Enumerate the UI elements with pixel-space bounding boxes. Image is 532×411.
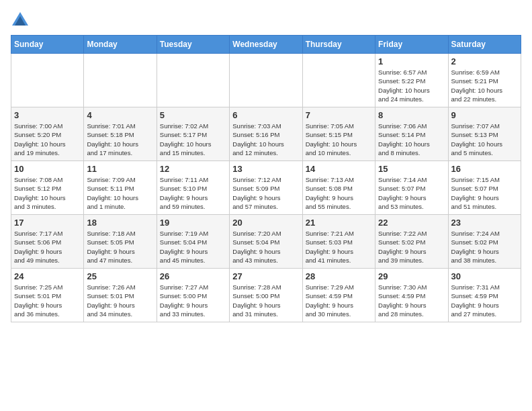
day-info: Sunrise: 7:25 AM Sunset: 5:01 PM Dayligh…	[14, 283, 81, 318]
calendar-week-row: 17Sunrise: 7:17 AM Sunset: 5:06 PM Dayli…	[11, 215, 521, 269]
day-number: 11	[87, 164, 153, 174]
day-info: Sunrise: 7:01 AM Sunset: 5:18 PM Dayligh…	[87, 122, 153, 157]
calendar-week-row: 10Sunrise: 7:08 AM Sunset: 5:12 PM Dayli…	[11, 161, 521, 215]
day-number: 5	[160, 110, 226, 120]
calendar-cell: 21Sunrise: 7:21 AM Sunset: 5:03 PM Dayli…	[302, 215, 375, 269]
day-info: Sunrise: 6:59 AM Sunset: 5:21 PM Dayligh…	[451, 68, 518, 103]
day-info: Sunrise: 7:06 AM Sunset: 5:14 PM Dayligh…	[378, 122, 445, 157]
calendar-cell: 9Sunrise: 7:07 AM Sunset: 5:13 PM Daylig…	[448, 107, 521, 161]
day-number: 18	[87, 218, 153, 228]
day-number: 27	[232, 271, 299, 281]
page-header	[11, 11, 521, 30]
calendar-cell: 20Sunrise: 7:20 AM Sunset: 5:04 PM Dayli…	[230, 215, 302, 269]
calendar-cell: 22Sunrise: 7:22 AM Sunset: 5:02 PM Dayli…	[375, 215, 448, 269]
day-number: 24	[14, 271, 81, 281]
day-info: Sunrise: 7:20 AM Sunset: 5:04 PM Dayligh…	[232, 229, 299, 265]
day-number: 20	[232, 218, 299, 228]
day-number: 22	[378, 218, 445, 228]
day-info: Sunrise: 7:05 AM Sunset: 5:15 PM Dayligh…	[306, 122, 372, 157]
calendar-cell: 5Sunrise: 7:02 AM Sunset: 5:17 PM Daylig…	[157, 107, 229, 161]
day-info: Sunrise: 7:14 AM Sunset: 5:07 PM Dayligh…	[378, 175, 445, 211]
day-number: 1	[378, 56, 445, 66]
day-number: 26	[160, 271, 226, 281]
day-info: Sunrise: 7:07 AM Sunset: 5:13 PM Dayligh…	[451, 122, 518, 157]
calendar-table: SundayMondayTuesdayWednesdayThursdayFrid…	[11, 35, 521, 322]
day-number: 9	[451, 110, 518, 120]
calendar-cell: 27Sunrise: 7:28 AM Sunset: 5:00 PM Dayli…	[230, 269, 302, 322]
calendar-cell: 29Sunrise: 7:30 AM Sunset: 4:59 PM Dayli…	[375, 269, 448, 322]
calendar-cell: 11Sunrise: 7:09 AM Sunset: 5:11 PM Dayli…	[84, 161, 157, 215]
day-number: 15	[378, 164, 445, 174]
calendar-cell: 6Sunrise: 7:03 AM Sunset: 5:16 PM Daylig…	[230, 107, 302, 161]
calendar-cell	[11, 54, 84, 107]
calendar-cell: 10Sunrise: 7:08 AM Sunset: 5:12 PM Dayli…	[11, 161, 84, 215]
calendar-week-row: 24Sunrise: 7:25 AM Sunset: 5:01 PM Dayli…	[11, 269, 521, 322]
weekday-header: Monday	[84, 36, 157, 54]
calendar-week-row: 3Sunrise: 7:00 AM Sunset: 5:20 PM Daylig…	[11, 107, 521, 161]
day-number: 19	[160, 218, 226, 228]
day-number: 28	[306, 271, 372, 281]
day-number: 6	[232, 110, 299, 120]
day-number: 29	[378, 271, 445, 281]
day-number: 17	[14, 218, 81, 228]
calendar-cell	[84, 54, 157, 107]
day-info: Sunrise: 7:19 AM Sunset: 5:04 PM Dayligh…	[160, 229, 226, 265]
day-info: Sunrise: 7:27 AM Sunset: 5:00 PM Dayligh…	[160, 283, 226, 318]
day-info: Sunrise: 7:02 AM Sunset: 5:17 PM Dayligh…	[160, 122, 226, 157]
calendar-cell	[157, 54, 229, 107]
day-number: 14	[306, 164, 372, 174]
day-info: Sunrise: 7:18 AM Sunset: 5:05 PM Dayligh…	[87, 229, 153, 265]
day-number: 30	[451, 271, 518, 281]
logo	[11, 11, 32, 30]
calendar-cell: 28Sunrise: 7:29 AM Sunset: 4:59 PM Dayli…	[302, 269, 375, 322]
calendar-cell: 4Sunrise: 7:01 AM Sunset: 5:18 PM Daylig…	[84, 107, 157, 161]
day-number: 21	[306, 218, 372, 228]
day-number: 23	[451, 218, 518, 228]
day-number: 13	[232, 164, 299, 174]
day-info: Sunrise: 6:57 AM Sunset: 5:22 PM Dayligh…	[378, 68, 445, 103]
day-info: Sunrise: 7:15 AM Sunset: 5:07 PM Dayligh…	[451, 175, 518, 211]
calendar-cell: 3Sunrise: 7:00 AM Sunset: 5:20 PM Daylig…	[11, 107, 84, 161]
weekday-header: Sunday	[11, 36, 84, 54]
calendar-cell: 12Sunrise: 7:11 AM Sunset: 5:10 PM Dayli…	[157, 161, 229, 215]
day-info: Sunrise: 7:24 AM Sunset: 5:02 PM Dayligh…	[451, 229, 518, 265]
day-info: Sunrise: 7:08 AM Sunset: 5:12 PM Dayligh…	[14, 175, 81, 211]
calendar-cell: 23Sunrise: 7:24 AM Sunset: 5:02 PM Dayli…	[448, 215, 521, 269]
day-number: 7	[306, 110, 372, 120]
day-info: Sunrise: 7:22 AM Sunset: 5:02 PM Dayligh…	[378, 229, 445, 265]
calendar-cell: 1Sunrise: 6:57 AM Sunset: 5:22 PM Daylig…	[375, 54, 448, 107]
day-info: Sunrise: 7:17 AM Sunset: 5:06 PM Dayligh…	[14, 229, 81, 265]
day-info: Sunrise: 7:13 AM Sunset: 5:08 PM Dayligh…	[306, 175, 372, 211]
weekday-header: Wednesday	[230, 36, 302, 54]
day-info: Sunrise: 7:28 AM Sunset: 5:00 PM Dayligh…	[232, 283, 299, 318]
calendar-cell: 26Sunrise: 7:27 AM Sunset: 5:00 PM Dayli…	[157, 269, 229, 322]
calendar-cell: 16Sunrise: 7:15 AM Sunset: 5:07 PM Dayli…	[448, 161, 521, 215]
day-number: 3	[14, 110, 81, 120]
weekday-header: Thursday	[302, 36, 375, 54]
calendar-cell: 30Sunrise: 7:31 AM Sunset: 4:59 PM Dayli…	[448, 269, 521, 322]
day-number: 25	[87, 271, 153, 281]
calendar-cell: 25Sunrise: 7:26 AM Sunset: 5:01 PM Dayli…	[84, 269, 157, 322]
day-info: Sunrise: 7:21 AM Sunset: 5:03 PM Dayligh…	[306, 229, 372, 265]
weekday-header: Tuesday	[157, 36, 229, 54]
calendar-cell: 19Sunrise: 7:19 AM Sunset: 5:04 PM Dayli…	[157, 215, 229, 269]
day-info: Sunrise: 7:03 AM Sunset: 5:16 PM Dayligh…	[232, 122, 299, 157]
day-info: Sunrise: 7:12 AM Sunset: 5:09 PM Dayligh…	[232, 175, 299, 211]
calendar-cell: 18Sunrise: 7:18 AM Sunset: 5:05 PM Dayli…	[84, 215, 157, 269]
calendar-header-row: SundayMondayTuesdayWednesdayThursdayFrid…	[11, 36, 521, 54]
calendar-cell: 8Sunrise: 7:06 AM Sunset: 5:14 PM Daylig…	[375, 107, 448, 161]
day-number: 8	[378, 110, 445, 120]
day-number: 12	[160, 164, 226, 174]
calendar-cell: 15Sunrise: 7:14 AM Sunset: 5:07 PM Dayli…	[375, 161, 448, 215]
day-number: 2	[451, 56, 518, 66]
calendar-cell: 24Sunrise: 7:25 AM Sunset: 5:01 PM Dayli…	[11, 269, 84, 322]
day-number: 10	[14, 164, 81, 174]
calendar-cell	[302, 54, 375, 107]
day-info: Sunrise: 7:11 AM Sunset: 5:10 PM Dayligh…	[160, 175, 226, 211]
calendar-cell: 14Sunrise: 7:13 AM Sunset: 5:08 PM Dayli…	[302, 161, 375, 215]
day-info: Sunrise: 7:26 AM Sunset: 5:01 PM Dayligh…	[87, 283, 153, 318]
day-number: 4	[87, 110, 153, 120]
logo-icon	[11, 11, 30, 30]
weekday-header: Saturday	[448, 36, 521, 54]
calendar-week-row: 1Sunrise: 6:57 AM Sunset: 5:22 PM Daylig…	[11, 54, 521, 107]
